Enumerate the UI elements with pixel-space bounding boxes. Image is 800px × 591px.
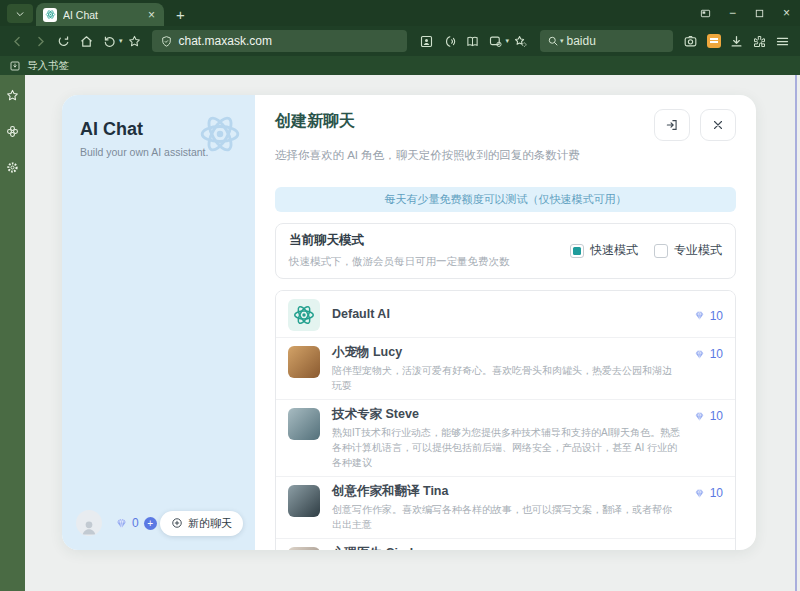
forward-button[interactable] [29, 30, 52, 53]
gear-icon[interactable] [5, 160, 20, 175]
character-name: 技术专家 Steve [332, 407, 681, 422]
hamburger-menu-icon [775, 34, 790, 49]
gem-icon [693, 410, 706, 423]
character-info: 创意作家和翻译 Tina 创意写作作家。喜欢编写各种各样的故事，也可以撰写文案，… [332, 483, 681, 532]
gem-icon [693, 487, 706, 500]
reload-icon [56, 34, 71, 49]
read-aloud-button[interactable] [438, 30, 461, 53]
reading-mode-button[interactable] [461, 30, 484, 53]
chat-mode-box: 当前聊天模式 快速模式下，傲游会员每日可用一定量免费次数 快速模式 专业模式 [275, 223, 736, 279]
web-page: AI Chat Build your own AI assistant. 0 +… [25, 75, 800, 591]
mode-option-fast[interactable]: 快速模式 [570, 242, 638, 259]
back-icon [10, 34, 25, 49]
character-avatar [288, 408, 320, 440]
panel-footer: 0 + 新的聊天 [76, 510, 243, 536]
back-button[interactable] [6, 30, 29, 53]
mode-title: 当前聊天模式 [289, 232, 510, 249]
close-dialog-button[interactable] [700, 109, 736, 141]
character-row[interactable]: 小宠物 Lucy 陪伴型宠物犬，活泼可爱有好奇心。喜欢吃骨头和肉罐头，热爱去公园… [276, 337, 735, 399]
character-price: 10 [693, 483, 723, 500]
character-description: 熟知IT技术和行业动态，能够为您提供多种技术辅导和支持的AI聊天角色。熟悉各种计… [332, 425, 681, 470]
character-price: 10 [693, 545, 723, 550]
fast-mode-checkbox[interactable] [570, 244, 584, 258]
price-value: 10 [710, 347, 723, 361]
tab-bar: AI Chat × + − × [0, 0, 800, 26]
character-avatar [288, 485, 320, 517]
close-window-button[interactable]: × [773, 4, 800, 22]
character-row[interactable]: 技术专家 Steve 熟知IT技术和行业动态，能够为您提供多种技术辅导和支持的A… [276, 399, 735, 476]
new-chat-label: 新的聊天 [188, 516, 232, 531]
url-text[interactable]: chat.maxask.com [179, 34, 272, 48]
favorites-manager-button[interactable] [509, 30, 532, 53]
gem-icon [693, 549, 706, 551]
tab-favicon-atom-icon [43, 8, 57, 22]
search-engine-label[interactable]: baidu [566, 34, 595, 48]
page-subtitle: 选择你喜欢的 AI 角色，聊天定价按照收到的回复的条数计费 [275, 148, 736, 163]
notes-button[interactable] [702, 30, 725, 53]
character-list: Default AI 10 [275, 290, 736, 550]
character-row[interactable]: Default AI 10 [276, 291, 735, 337]
mode-options: 快速模式 专业模式 [570, 242, 722, 259]
apps-flower-icon[interactable] [5, 124, 20, 139]
window-controls: − × [692, 4, 800, 22]
screenshot-button[interactable] [679, 30, 702, 53]
tab-title: AI Chat [63, 9, 146, 21]
star-gear-icon [513, 34, 528, 49]
extensions-button[interactable] [748, 30, 771, 53]
favorites-rail-icon[interactable] [5, 88, 20, 103]
content-area: AI Chat Build your own AI assistant. 0 +… [0, 75, 800, 591]
reload-button[interactable] [52, 30, 75, 53]
camera-icon [683, 34, 698, 49]
search-icon [547, 35, 559, 47]
scan-login-button[interactable] [415, 30, 438, 53]
character-row[interactable]: 创意作家和翻译 Tina 创意写作作家。喜欢编写各种各样的故事，也可以撰写文案，… [276, 476, 735, 538]
character-info: 技术专家 Steve 熟知IT技术和行业动态，能够为您提供多种技术辅导和支持的A… [332, 406, 681, 470]
new-chat-button[interactable]: 新的聊天 [160, 511, 243, 536]
side-rail [0, 75, 25, 591]
header-buttons [654, 109, 736, 141]
download-icon [729, 34, 744, 49]
character-description: 创意写作作家。喜欢编写各种各样的故事，也可以撰写文案，翻译，或者帮你出出主意 [332, 502, 681, 532]
search-engine-caret-icon[interactable]: ▾ [560, 37, 564, 45]
atom-icon [292, 303, 316, 327]
import-bookmarks-icon [9, 60, 21, 72]
layout-icon [700, 8, 711, 19]
tab-list-button[interactable] [7, 4, 33, 23]
character-row[interactable]: 心理医生 Cindy 心理医生，告诉她你的想法和问题，她会给你一些科学的建议。 … [276, 538, 735, 550]
search-box[interactable]: ▾ baidu [540, 30, 673, 52]
add-credits-button[interactable]: + [144, 517, 157, 530]
character-info: 小宠物 Lucy 陪伴型宠物犬，活泼可爱有好奇心。喜欢吃骨头和肉罐头，热爱去公园… [332, 344, 681, 393]
bookmark-bar: 导入书签 [0, 56, 800, 75]
dock-layout-button[interactable] [692, 4, 719, 22]
mode-option-pro[interactable]: 专业模式 [654, 242, 722, 259]
character-avatar [288, 299, 320, 331]
user-avatar[interactable] [76, 510, 102, 536]
menu-button[interactable] [771, 30, 794, 53]
browser-tab[interactable]: AI Chat × [36, 3, 164, 26]
window-edge-strip [795, 75, 797, 591]
pro-mode-checkbox[interactable] [654, 244, 668, 258]
capture-tools-icon [488, 34, 503, 49]
new-tab-button[interactable]: + [176, 7, 185, 22]
undo-history-button[interactable] [98, 30, 121, 53]
sign-in-button[interactable] [654, 109, 690, 141]
maximize-icon [754, 8, 765, 19]
price-value: 10 [710, 309, 723, 323]
balance-value: 0 [132, 516, 139, 530]
price-value: 10 [710, 486, 723, 500]
character-avatar [288, 346, 320, 378]
close-icon [711, 118, 725, 132]
bookmark-page-button[interactable] [123, 30, 146, 53]
downloads-button[interactable] [725, 30, 748, 53]
import-bookmarks-label[interactable]: 导入书签 [27, 59, 69, 73]
browser-toolbar: ▾ chat.maxask.com ▾ [0, 26, 800, 56]
maximize-button[interactable] [746, 4, 773, 22]
enter-door-icon [665, 118, 679, 132]
minimize-button[interactable]: − [719, 4, 746, 22]
home-button[interactable] [75, 30, 98, 53]
character-info: Default AI [332, 306, 681, 322]
address-bar[interactable]: chat.maxask.com [152, 30, 408, 52]
capture-tools-button[interactable] [484, 30, 507, 53]
tab-close-icon[interactable]: × [146, 7, 157, 23]
read-aloud-icon [442, 34, 457, 49]
